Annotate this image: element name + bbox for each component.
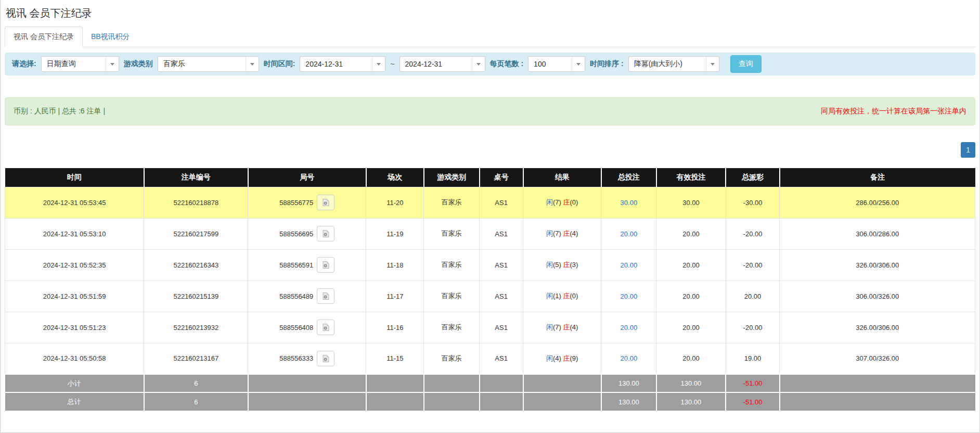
total-bet-link[interactable]: 20.00 xyxy=(621,261,638,269)
total-bet-link[interactable]: 20.00 xyxy=(621,324,638,332)
tab-video-bet-records[interactable]: 视讯 会员下注纪录 xyxy=(5,27,83,47)
column-header-bet-number: 注单编号 xyxy=(144,168,248,187)
cell-result: 闲(7) 庄(0) xyxy=(523,187,601,218)
table-row[interactable]: 2024-12-31 05:52:35522160216343588556591… xyxy=(5,249,975,281)
subtotal-row: 小计6130.00130.00-51.00 xyxy=(5,374,975,392)
column-header-time: 时间 xyxy=(5,168,144,187)
cell-round: 588556775 xyxy=(248,187,366,218)
column-header-payout: 总派彩 xyxy=(726,168,780,187)
cell-valid-bet: 20.00 xyxy=(656,218,726,249)
cell-round: 588556333 xyxy=(248,343,366,374)
video-file-icon xyxy=(321,354,330,363)
result-banker-value: (3) xyxy=(570,261,578,269)
video-file-icon xyxy=(321,198,330,207)
page-size-value: 100 xyxy=(534,60,546,68)
summary-remark xyxy=(780,392,975,411)
video-replay-button[interactable] xyxy=(317,195,334,210)
table-row[interactable]: 2024-12-31 05:51:23522160213932588556408… xyxy=(5,312,975,343)
summary-empty-table-number xyxy=(480,392,523,411)
cell-payout: 19.00 xyxy=(726,343,780,374)
search-button[interactable]: 查询 xyxy=(730,55,762,73)
column-header-game-type: 游戏类别 xyxy=(424,168,480,187)
cell-payout: -20.00 xyxy=(726,249,780,281)
summary-empty-round xyxy=(248,392,366,411)
cell-session: 11-20 xyxy=(366,187,424,218)
column-header-round: 局号 xyxy=(248,168,366,187)
page-size-select[interactable]: 100 xyxy=(528,56,585,72)
table-row[interactable]: 2024-12-31 05:53:45522160218878588556775… xyxy=(5,187,975,218)
cell-time: 2024-12-31 05:51:59 xyxy=(5,281,144,312)
currency-total-text: 币别 : 人民币 | 总共 :6 注单 | xyxy=(14,107,105,116)
table-row[interactable]: 2024-12-31 05:53:10522160217599588556695… xyxy=(5,218,975,249)
cell-session: 11-16 xyxy=(366,312,424,343)
summary-remark xyxy=(780,374,975,392)
cell-result: 闲(1) 庄(0) xyxy=(523,281,601,312)
total-bet-link[interactable]: 20.00 xyxy=(621,354,638,362)
round-number: 588556775 xyxy=(279,199,313,207)
result-banker-value: (0) xyxy=(570,292,578,300)
summary-empty-session xyxy=(366,374,424,392)
cell-table-number: AS1 xyxy=(480,312,523,343)
total-bet-link[interactable]: 20.00 xyxy=(621,230,638,238)
summary-empty-game-type xyxy=(424,374,480,392)
summary-empty-result xyxy=(523,374,601,392)
cell-table-number: AS1 xyxy=(480,187,523,218)
range-separator: ~ xyxy=(390,60,394,68)
video-replay-button[interactable] xyxy=(317,257,334,273)
cell-table-number: AS1 xyxy=(480,218,523,249)
chevron-down-icon xyxy=(706,57,719,71)
result-player-value: (4) xyxy=(553,354,563,362)
game-type-select[interactable]: 百家乐 xyxy=(158,56,259,72)
filter-bar: 请选择: 日期查询 游戏类别 百家乐 时间区间: 2024-12-31 ~ 20… xyxy=(5,53,975,75)
query-type-select[interactable]: 日期查询 xyxy=(41,56,119,72)
result-player-value: (7) xyxy=(553,230,563,237)
total-bet-link[interactable]: 20.00 xyxy=(621,292,638,300)
video-replay-button[interactable] xyxy=(317,226,334,241)
cell-session: 11-19 xyxy=(366,218,424,249)
round-number: 588556695 xyxy=(279,230,313,238)
date-from-value: 2024-12-31 xyxy=(305,60,343,68)
summary-empty-game-type xyxy=(424,392,480,411)
page-button-1[interactable]: 1 xyxy=(961,142,975,158)
cell-session: 11-17 xyxy=(366,281,424,312)
sort-order-select[interactable]: 降冪(由大到小) xyxy=(628,56,719,72)
cell-bet-number: 522160215139 xyxy=(144,281,248,312)
cell-total-bet: 30.00 xyxy=(601,187,656,218)
video-replay-button[interactable] xyxy=(317,351,334,366)
cell-result: 闲(4) 庄(9) xyxy=(523,343,601,374)
cell-game-type: 百家乐 xyxy=(424,312,480,343)
table-body: 2024-12-31 05:53:45522160218878588556775… xyxy=(5,187,975,411)
sort-order-label: 时间排序 : xyxy=(590,59,624,69)
summary-valid-bet: 130.00 xyxy=(656,374,726,392)
cell-round: 588556591 xyxy=(248,249,366,281)
tab-bb-video-points[interactable]: BB视讯积分 xyxy=(83,27,138,47)
date-to-select[interactable]: 2024-12-31 xyxy=(399,56,485,72)
video-replay-button[interactable] xyxy=(317,288,334,304)
cell-payout: -20.00 xyxy=(726,312,780,343)
cell-total-bet: 20.00 xyxy=(601,218,656,249)
table-row[interactable]: 2024-12-31 05:50:58522160213167588556333… xyxy=(5,343,975,374)
summary-empty-round xyxy=(248,374,366,392)
cell-bet-number: 522160213167 xyxy=(144,343,248,374)
pagination: 1 xyxy=(5,142,975,158)
cell-remark: 326.00/306.00 xyxy=(780,312,975,343)
video-replay-button[interactable] xyxy=(317,320,334,335)
column-header-table-number: 桌号 xyxy=(480,168,523,187)
date-from-select[interactable]: 2024-12-31 xyxy=(300,56,385,72)
summary-label: 小计 xyxy=(5,374,144,392)
result-banker-label: 庄 xyxy=(563,323,570,331)
result-banker-label: 庄 xyxy=(563,198,570,206)
total-row: 总计6130.00130.00-51.00 xyxy=(5,392,975,411)
cell-table-number: AS1 xyxy=(480,343,523,374)
sort-order-value: 降冪(由大到小) xyxy=(634,59,682,69)
cell-bet-number: 522160213932 xyxy=(144,312,248,343)
table-row[interactable]: 2024-12-31 05:51:59522160215139588556489… xyxy=(5,281,975,312)
cell-total-bet: 20.00 xyxy=(601,249,656,281)
cell-game-type: 百家乐 xyxy=(424,218,480,249)
total-bet-link[interactable]: 30.00 xyxy=(621,199,638,207)
cell-bet-number: 522160216343 xyxy=(144,249,248,281)
summary-label: 总计 xyxy=(5,392,144,411)
summary-count: 6 xyxy=(144,392,248,411)
result-player-label: 闲 xyxy=(546,354,553,362)
round-number: 588556408 xyxy=(279,324,313,332)
